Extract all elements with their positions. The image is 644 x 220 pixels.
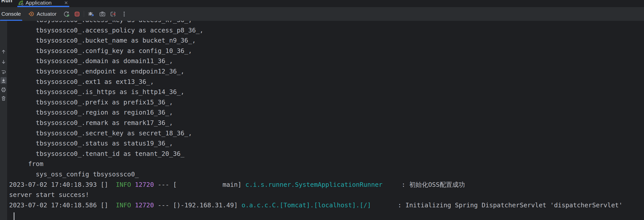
tab-application-label: Application [26,0,52,6]
console-line: tbsysossco0_.is_https as is_http14_36_, [9,87,644,97]
console-line: tbsysossco0_.domain as domain11_36_, [9,56,644,66]
stop-button[interactable] [72,9,82,19]
console-line: tbsysossco0_.remark as remark17_36_, [9,118,644,128]
thread-dump-button[interactable] [98,9,107,19]
console-line: tbsysossco0_.access_policy as access_p8_… [9,25,644,36]
tab-actuator-label: Actuator [37,11,56,17]
actuator-icon [28,11,34,17]
arrow-up-icon [1,49,7,55]
console-line: tbsysossco0_.region as region16_36_, [9,107,644,118]
toolbar-separator [84,11,84,17]
console-line: tbsysossco0_.access_key as access_k7_36_… [9,21,644,25]
scroll-to-end-button[interactable] [1,77,7,84]
scroll-to-end-icon [1,78,7,84]
soft-wrap-button[interactable] [1,69,7,75]
trash-icon [1,95,7,101]
tool-window-title: Run [1,0,12,4]
rerun-icon [63,11,70,17]
tab-console[interactable]: Console [0,7,22,21]
console-line: tbsysossco0_.tenant_id as tenant_20_36_ [9,149,644,159]
console-output-lines: tbsysossco0_.access_key as access_k7_36_… [9,21,644,210]
prev-occurrence-button[interactable] [1,49,7,55]
console-line: from [9,159,644,169]
console-line: tbsysossco0_.secret_key as secret_18_36_… [9,128,644,139]
clear-all-button[interactable] [1,95,7,101]
console-line: sys_oss_config tbsysossco0_ [9,169,644,180]
console-output[interactable]: tbsysossco0_.access_key as access_k7_36_… [7,21,644,220]
console-toolbar: Console Actuator [0,7,644,21]
arrow-down-icon [1,59,7,65]
console-line: tbsysossco0_.bucket_name as bucket_n9_36… [9,35,644,46]
camera-icon [99,11,106,17]
tab-actuator[interactable]: Actuator [28,7,56,21]
print-button[interactable] [1,87,7,93]
console-line: tbsysossco0_.ext1 as ext13_36_, [9,77,644,87]
run-tab-bar: Run Application × [0,0,644,7]
run-tool-window: Run Application × Console [0,0,644,220]
console-line: 2023-07-02 17:40:18.393 [] INFO 12720 --… [9,180,644,190]
soft-wrap-icon [1,69,7,75]
console-line: tbsysossco0_.config_key as config_10_36_… [9,46,644,56]
rerun-button[interactable] [62,9,71,19]
console-line: server start success! [9,190,644,200]
detach-icon [110,11,116,17]
console-line: 2023-07-02 17:40:18.586 [] INFO 12720 --… [9,200,644,211]
next-occurrence-button[interactable] [1,59,7,65]
spring-boot-icon [18,0,23,5]
stop-icon [74,11,80,17]
close-icon[interactable]: × [64,0,68,5]
kebab-menu-icon [121,11,128,17]
console-line: tbsysossco0_.endpoint as endpoin12_36_, [9,66,644,77]
debug-icon [87,11,94,17]
text-caret [14,212,14,220]
tab-console-label: Console [1,11,21,17]
more-options-button[interactable] [119,9,129,19]
detach-console-button[interactable] [108,9,117,19]
console-line: tbsysossco0_.status as status19_36_, [9,138,644,149]
console-gutter [0,21,7,220]
print-icon [1,87,7,93]
attach-debugger-button[interactable] [86,9,95,19]
console-line: tbsysossco0_.prefix as prefix15_36_, [9,97,644,108]
